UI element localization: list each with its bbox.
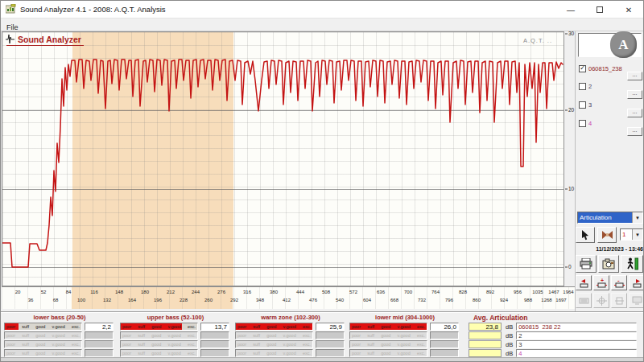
rating-scale-labels: poorsuffgoodv.goodexc. — [121, 332, 197, 339]
zone-value — [200, 331, 229, 339]
waveform-icon — [6, 33, 15, 46]
avg-articulation-section: Avg. Articulation 23,8dB060815_238 22dB2… — [462, 314, 644, 357]
avg-row: dB2 — [469, 331, 637, 339]
x-tick-label: 604 — [363, 298, 371, 302]
zoom-out-x-button[interactable]: - — [611, 275, 627, 290]
x-tick-label: 148 — [115, 290, 123, 294]
x-tick-label: 100 — [77, 298, 85, 302]
rating-scale-labels: poorsuffgoodv.goodexc. — [350, 350, 427, 356]
zone-rating-row: poorsuffgoodv.goodexc.2,2 — [4, 323, 114, 331]
arrow-left-box-icon — [579, 278, 589, 288]
mode-select[interactable]: Articulation ▼ — [577, 212, 643, 224]
x-tick-label: 132 — [103, 298, 111, 302]
zone-rating-row: poorsuffgoodv.goodexc.13,7 — [120, 323, 229, 331]
rating-bar: poorsuffgoodv.goodexc. — [4, 331, 82, 339]
rating-label: v.good — [168, 351, 181, 356]
channel-more-button[interactable]: ... — [627, 72, 642, 80]
rating-label: suff — [253, 333, 260, 338]
channel-more-button[interactable]: ... — [627, 90, 642, 99]
envelope-tool-button[interactable] — [597, 227, 617, 243]
zone-rating-row: poorsuffgoodv.goodexc.26,0 — [349, 323, 459, 331]
x-tick-label: 212 — [167, 290, 175, 294]
rating-label: good — [266, 333, 276, 338]
y-axis: 3020100 — [564, 31, 575, 286]
rating-label: poor — [237, 351, 246, 356]
chart-plot[interactable]: Sound Analyzer A.Q.T. .. — [2, 31, 564, 286]
pointer-tool-button[interactable] — [576, 227, 595, 243]
zone-value — [316, 340, 345, 348]
rating-label: exc. — [303, 324, 311, 329]
rating-label: good — [266, 351, 276, 356]
rating-label: suff — [367, 324, 374, 329]
rating-label: good — [151, 324, 161, 329]
x-tick-label: 668 — [390, 298, 398, 302]
zone-title: upper bass (52-100) — [118, 314, 233, 322]
rating-scale-labels: poorsuffgoodv.goodexc. — [5, 323, 81, 330]
print-button[interactable] — [576, 255, 597, 273]
channel-checkbox[interactable] — [579, 120, 586, 127]
x-tick-label: 572 — [349, 290, 357, 294]
chevron-down-icon[interactable]: ▼ — [632, 229, 642, 240]
channel-checkbox[interactable] — [579, 83, 586, 90]
avg-name-field[interactable]: 3 — [516, 340, 637, 348]
avg-name-field[interactable]: 060815_238 22 — [516, 323, 637, 331]
channel-more-button[interactable]: ... — [627, 109, 642, 117]
avg-row: dB3 — [469, 340, 637, 348]
tool-button-disabled-1 — [576, 293, 592, 308]
rating-label: good — [151, 333, 161, 338]
channel-select[interactable]: 1 ▼ — [620, 228, 643, 241]
maximize-icon — [597, 6, 603, 13]
rating-label: exc. — [72, 324, 80, 329]
monitor-icon — [632, 296, 642, 305]
x-tick-label: 84 — [66, 290, 72, 294]
rating-label: v.good — [283, 333, 296, 338]
x-tick-label: 540 — [336, 298, 344, 302]
rating-bar: poorsuffgoodv.goodexc. — [4, 323, 82, 331]
minimize-button[interactable]: — — [556, 1, 585, 19]
channel-more-button[interactable]: ... — [627, 127, 642, 136]
x-tick-label: 1268 — [541, 298, 551, 302]
pan-right-button[interactable] — [629, 275, 644, 290]
y-tick-label: 20 — [565, 107, 574, 113]
gear-icon — [597, 296, 607, 306]
avg-value-box — [469, 349, 502, 357]
bowtie-icon — [601, 230, 613, 240]
rating-label: good — [151, 342, 161, 347]
sidebar: A ✓060815_238...2...3...4... Articulatio… — [575, 31, 644, 312]
tool-button-disabled-4 — [629, 293, 644, 308]
chevron-down-icon[interactable]: ▼ — [632, 212, 642, 223]
menu-bar: File — [1, 19, 643, 31]
zone-rating-row: poorsuffgoodv.goodexc. — [4, 331, 114, 339]
app-watermark: Sound Analyzer — [6, 35, 84, 46]
x-tick-label: 316 — [243, 290, 251, 294]
x-tick-label: 164 — [128, 298, 136, 302]
close-button[interactable]: ✕ — [614, 1, 643, 19]
tool-button-disabled-2 — [593, 293, 609, 308]
x-tick-label: 412 — [283, 298, 291, 302]
rating-bar: poorsuffgoodv.goodexc. — [235, 331, 313, 339]
x-tick-label: 892 — [486, 290, 494, 294]
rating-label: poor — [352, 333, 361, 338]
zone-value: 13,7 — [200, 323, 229, 331]
channel-checkbox[interactable]: ✓ — [579, 65, 586, 72]
rating-label: exc. — [417, 324, 425, 329]
rating-label: exc. — [303, 333, 311, 338]
rating-label: v.good — [398, 342, 411, 347]
exit-button[interactable] — [621, 255, 643, 273]
snapshot-button[interactable] — [598, 255, 619, 273]
rating-label: exc. — [417, 333, 425, 338]
x-tick-label: 636 — [377, 290, 385, 294]
zoom-in-x-button[interactable]: + — [593, 275, 609, 290]
avg-name-field[interactable]: 4 — [516, 349, 637, 357]
x-tick-label: 508 — [322, 290, 330, 294]
rating-label: suff — [138, 324, 145, 329]
cursor-icon — [580, 229, 591, 241]
watermark-text: Sound Analyzer — [18, 35, 81, 44]
rating-label: poor — [122, 333, 131, 338]
maximize-button[interactable] — [585, 1, 614, 19]
pan-left-button[interactable] — [576, 275, 592, 290]
channel-checkbox[interactable] — [579, 101, 586, 109]
menu-file[interactable]: File — [1, 22, 24, 31]
avg-name-field[interactable]: 2 — [516, 331, 637, 339]
zone-value — [200, 349, 229, 357]
